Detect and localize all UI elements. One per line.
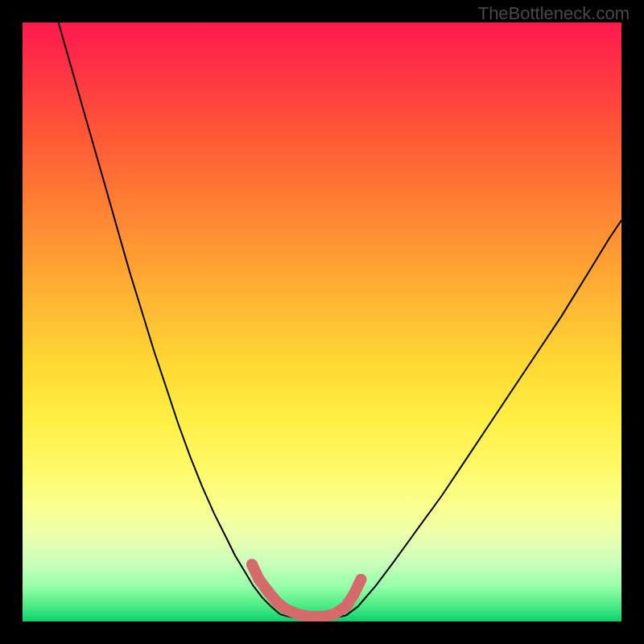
highlight-dot <box>262 586 274 597</box>
highlight-dot <box>271 597 283 608</box>
highlight-dot <box>348 589 359 601</box>
highlight-dot <box>341 601 352 612</box>
chart-frame: TheBottleneck.com <box>0 0 644 644</box>
chart-svg <box>23 23 621 621</box>
highlight-dot <box>254 574 265 585</box>
line-left-curve <box>59 23 280 614</box>
watermark-text: TheBottleneck.com <box>478 3 630 24</box>
highlight-dot <box>246 559 258 570</box>
line-right-curve <box>346 221 621 616</box>
plot-area <box>23 23 621 621</box>
highlight-dot <box>292 609 303 620</box>
highlight-dot <box>355 574 366 585</box>
highlight-dot <box>280 604 291 615</box>
highlight-dot <box>328 609 340 620</box>
